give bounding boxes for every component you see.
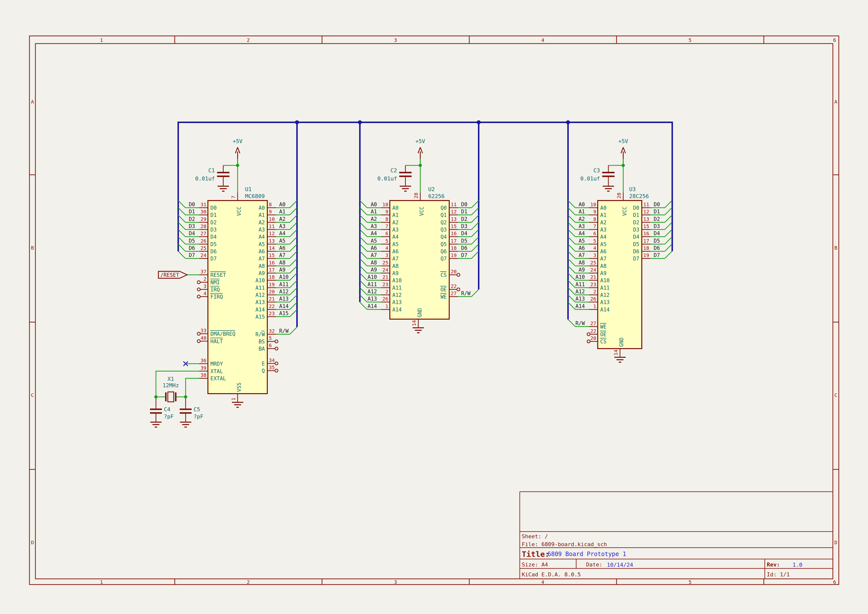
pin-name: Q1: [440, 212, 447, 218]
net-label: D1: [654, 209, 660, 215]
pin-name: FIRQ: [210, 294, 223, 300]
pin-name: A2: [259, 220, 265, 226]
pin-name: A12: [600, 292, 610, 298]
net-label: D7: [189, 252, 195, 258]
pin-name: D0: [633, 205, 639, 211]
pin-name: EXTAL: [210, 375, 226, 381]
c5-ref: C5: [194, 406, 200, 412]
pin-number: 31: [200, 202, 206, 208]
net-label: R/W: [575, 320, 585, 326]
net-label: A6: [579, 245, 585, 251]
pin-number: 28: [413, 192, 419, 198]
net-label: D7: [461, 252, 467, 258]
pin-number: 12: [269, 231, 275, 236]
pin-name: R/W: [256, 332, 265, 338]
frame-column-label: 5: [688, 579, 691, 585]
net-label: A12: [367, 289, 377, 295]
rev-value: 1.0: [792, 562, 803, 568]
c2-ref: C2: [391, 167, 397, 174]
pin-name: A8: [392, 263, 398, 269]
pin-number: 24: [200, 252, 206, 258]
pin-number: 6: [385, 231, 388, 236]
file-field: File: 6809-board.kicad_sch: [522, 541, 607, 547]
pin-number: 30: [200, 209, 206, 215]
pin-name: A7: [259, 256, 265, 262]
pin-number: 16: [451, 231, 457, 236]
pin-number: 14: [411, 320, 417, 326]
net-label: D6: [189, 245, 195, 251]
pin-name: D7: [210, 256, 217, 262]
u2-ref: U2: [428, 186, 435, 192]
pin-number: 21: [382, 274, 388, 280]
u3-ref: U3: [629, 186, 636, 192]
c2-value: 0.01uf: [377, 175, 397, 182]
pin-name: A10: [256, 278, 265, 284]
pin-name: RESET: [210, 272, 226, 278]
pin-name: A9: [392, 270, 398, 276]
pin-number: 38: [200, 372, 206, 378]
pin-number: 5: [593, 238, 596, 244]
pin-name: A13: [392, 299, 402, 305]
net-label: A6: [279, 245, 285, 251]
pin-number: 10: [382, 202, 388, 208]
junction-dot: [184, 395, 188, 398]
net-label: A3: [371, 223, 377, 229]
pin-number: 27: [590, 320, 596, 326]
pin-number: 36: [200, 358, 206, 363]
pin-name: A8: [259, 263, 265, 269]
pin-name: HALT: [210, 338, 223, 344]
pin-name: A2: [392, 220, 398, 226]
junction-dot: [236, 164, 239, 167]
pin-number: 23: [590, 282, 596, 287]
pin-number: 39: [200, 365, 206, 371]
pin-number: 18: [269, 274, 275, 280]
pin-number: 11: [643, 202, 649, 208]
pin-number: 2: [593, 289, 596, 295]
pin-name: A9: [600, 270, 606, 276]
pin-name: OE: [600, 332, 606, 338]
pin-number: 1: [231, 398, 236, 401]
net-label: A4: [579, 231, 585, 236]
pin-number: 13: [451, 216, 457, 222]
net-label: D0: [461, 202, 467, 208]
pin-number: 9: [385, 209, 388, 215]
net-label: D6: [654, 245, 660, 251]
pin-number: 22: [590, 328, 596, 334]
frame-column-label: 1: [100, 579, 103, 585]
pin-number: 24: [382, 267, 388, 273]
frame-row-label: D: [834, 540, 837, 546]
pin-number: 8: [385, 216, 388, 222]
frame-column-label: 2: [247, 579, 250, 585]
net-label: A11: [367, 282, 377, 287]
pin-name: A12: [392, 292, 402, 298]
pin-name: Q7: [440, 256, 447, 262]
pin-number: 8: [593, 216, 596, 222]
c1-value: 0.01uf: [195, 175, 215, 182]
pin-number: 19: [269, 282, 275, 287]
pin-name: A4: [600, 234, 606, 240]
pin-number: 25: [200, 245, 206, 251]
pin-number: 3: [203, 283, 206, 289]
pin-name: D6: [633, 248, 639, 254]
frame-column-label: 6: [833, 579, 836, 585]
pin-number: 21: [590, 274, 596, 280]
pin-number: 17: [643, 238, 649, 244]
net-label: D2: [461, 216, 467, 222]
pin-name: VSS: [236, 383, 242, 392]
pin-number: 22: [269, 303, 275, 309]
net-label: D3: [189, 223, 195, 229]
pin-number: 2: [203, 276, 206, 282]
bus-junction-dot: [358, 120, 362, 124]
net-label: A2: [279, 216, 285, 222]
pin-number: 15: [269, 252, 275, 258]
pin-number: 24: [590, 267, 596, 273]
global-label: /RESET: [160, 272, 179, 278]
net-label: A4: [371, 231, 377, 236]
pin-name: A13: [256, 299, 265, 305]
frame-column-label: 4: [541, 579, 544, 585]
pin-name: A3: [600, 227, 606, 233]
pin-number: 33: [200, 327, 206, 333]
junction-dot: [622, 164, 625, 167]
net-label: A3: [579, 223, 585, 229]
pin-name: A3: [392, 227, 398, 233]
